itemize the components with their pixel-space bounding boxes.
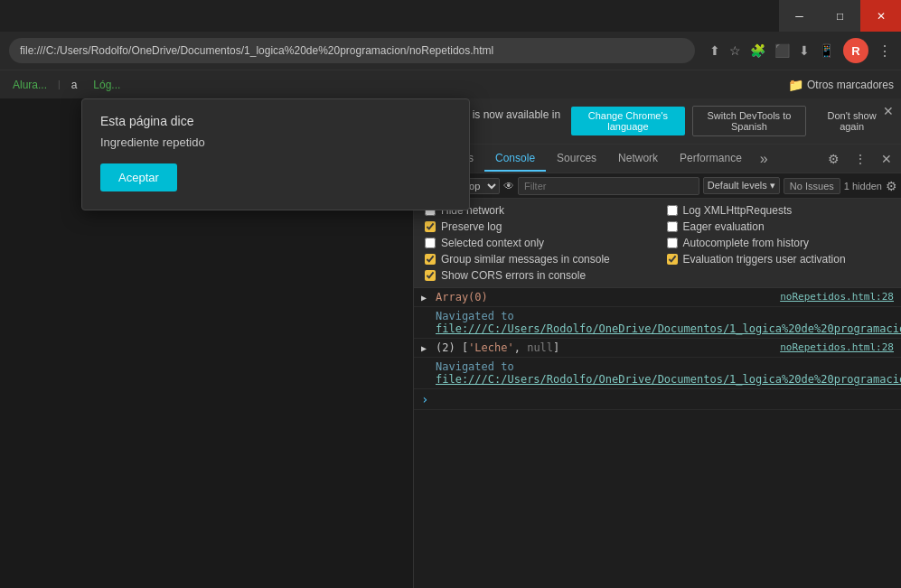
option-group-similar: Group similar messages in console xyxy=(425,253,649,266)
log-xmlhttp-label: Log XMLHttpRequests xyxy=(683,204,793,217)
eval-triggers-label: Evaluation triggers user activation xyxy=(683,253,846,266)
dialog-title: Esta página dice xyxy=(100,114,451,128)
console-nav2-text: Navigated to file:///C:/Users/Rodolfo/On… xyxy=(436,360,901,386)
console-source-1[interactable]: noRepetidos.html:28 xyxy=(780,291,894,303)
window-controls: ─ □ ✕ xyxy=(779,0,901,32)
eval-triggers-checkbox[interactable] xyxy=(667,254,678,265)
navigated-label-1: Navigated to xyxy=(436,310,514,322)
console-array0-text: Array(0) xyxy=(436,291,774,303)
devtools-tab-settings: ⚙ ⋮ ✕ xyxy=(822,148,897,170)
tab-sources[interactable]: Sources xyxy=(546,146,607,172)
bookmark-icon[interactable]: ☆ xyxy=(729,43,741,58)
bookmark-alura[interactable]: Alura... xyxy=(7,77,52,93)
bookmark-folder-label: Otros marcadores xyxy=(807,79,894,91)
devtools-panel: DevTools is now available in Spanish! Ch… xyxy=(413,98,901,588)
nav2-spacer xyxy=(421,362,430,372)
selected-context-checkbox[interactable] xyxy=(425,238,436,248)
bookmark-log[interactable]: Lóg... xyxy=(88,77,126,93)
tab-network[interactable]: Network xyxy=(607,146,669,172)
group-similar-label: Group similar messages in console xyxy=(441,253,610,266)
bookmark-folder-otros[interactable]: 📁 Otros marcadores xyxy=(788,78,894,92)
address-bar[interactable]: file:///C:/Users/Rodolfo/OneDrive/Docume… xyxy=(9,38,695,63)
dont-show-again-button[interactable]: Don't show again xyxy=(813,107,890,135)
filter-bar[interactable] xyxy=(518,177,699,195)
console-prompt-text[interactable] xyxy=(434,392,894,405)
null-value: null xyxy=(527,341,553,354)
leche-value: 'Leche' xyxy=(468,341,514,354)
page-content: Esta página dice Ingrediente repetido Ac… xyxy=(0,98,413,588)
nav1-spacer xyxy=(421,312,430,322)
bookmarks-bar: Alura... | a Lóg... 📁 Otros marcadores xyxy=(0,70,901,98)
levels-dropdown[interactable]: Default levels ▾ xyxy=(703,177,780,194)
dialog-message: Ingrediente repetido xyxy=(100,135,451,149)
devtools-notification: DevTools is now available in Spanish! Ch… xyxy=(414,98,901,145)
console-filter-eye-icon[interactable]: 👁 xyxy=(503,180,514,192)
show-cors-checkbox[interactable] xyxy=(425,270,436,281)
bookmark-a[interactable]: a xyxy=(66,77,83,93)
option-selected-context: Selected context only xyxy=(425,237,649,249)
selected-context-label: Selected context only xyxy=(441,237,544,249)
nav2-link[interactable]: file:///C:/Users/Rodolfo/OneDrive/Docume… xyxy=(436,373,901,386)
console-settings-icon[interactable]: ⚙ xyxy=(886,179,897,193)
notification-close-icon[interactable]: ✕ xyxy=(883,104,894,118)
console-prompt-line: › xyxy=(414,389,901,410)
console-options: Hide network Log XMLHttpRequests Preserv… xyxy=(414,199,901,288)
nav1-link[interactable]: file:///C:/Users/Rodolfo/OneDrive/Docume… xyxy=(436,322,901,335)
settings-icon[interactable]: ⚙ xyxy=(822,148,845,170)
console-line-array2: ▶ (2) ['Leche', null] noRepetidos.html:2… xyxy=(414,339,901,358)
tab-performance[interactable]: Performance xyxy=(669,146,753,172)
autocomplete-checkbox[interactable] xyxy=(667,238,678,248)
option-log-xmlhttp: Log XMLHttpRequests xyxy=(667,204,891,217)
eager-eval-checkbox[interactable] xyxy=(667,221,678,232)
close-button[interactable]: ✕ xyxy=(860,0,901,32)
devtools-close-icon[interactable]: ✕ xyxy=(876,148,897,170)
change-language-button[interactable]: Change Chrome's language xyxy=(571,107,684,135)
issues-button[interactable]: No Issues xyxy=(784,178,840,194)
filter-input[interactable] xyxy=(524,181,596,191)
download-icon[interactable]: ⬇ xyxy=(799,43,810,58)
browser-top-bar: ─ □ ✕ xyxy=(0,0,901,32)
dialog-popup: Esta página dice Ingrediente repetido Ac… xyxy=(81,98,470,210)
console-array2-text: (2) ['Leche', null] xyxy=(436,341,774,354)
devtools-tabs: Elements Console Sources Network Perform… xyxy=(414,145,901,173)
share-icon[interactable]: ⬆ xyxy=(709,43,720,58)
maximize-button[interactable]: □ xyxy=(820,0,860,32)
option-eval-triggers: Evaluation triggers user activation xyxy=(667,253,891,266)
extension-icon[interactable]: ⬛ xyxy=(774,43,790,58)
log-xmlhttp-checkbox[interactable] xyxy=(667,205,678,216)
hidden-count: 1 hidden xyxy=(844,181,882,191)
console-prompt-icon[interactable]: › xyxy=(421,392,428,406)
menu-icon[interactable]: ⋮ xyxy=(878,42,892,60)
profile-button[interactable]: R xyxy=(843,38,868,63)
tab-console[interactable]: Console xyxy=(484,146,546,172)
console-line-array0: ▶ Array(0) noRepetidos.html:28 xyxy=(414,288,901,307)
more-options-icon[interactable]: ⋮ xyxy=(849,148,872,170)
option-autocomplete: Autocomplete from history xyxy=(667,237,891,249)
eager-eval-label: Eager evaluation xyxy=(683,220,765,233)
console-output: ▶ Array(0) noRepetidos.html:28 Navigated… xyxy=(414,288,901,588)
address-text: file:///C:/Users/Rodolfo/OneDrive/Docume… xyxy=(20,44,493,57)
switch-devtools-button[interactable]: Switch DevTools to Spanish xyxy=(692,106,807,136)
option-eager-eval: Eager evaluation xyxy=(667,220,891,233)
console-nav1-text: Navigated to file:///C:/Users/Rodolfo/On… xyxy=(436,310,901,335)
phone-icon[interactable]: 📱 xyxy=(819,43,834,58)
minimize-button[interactable]: ─ xyxy=(779,0,820,32)
address-icons: ⬆ ☆ 🧩 ⬛ ⬇ 📱 R ⋮ xyxy=(709,38,892,63)
more-tabs-button[interactable]: » xyxy=(753,147,775,171)
extension-puzzle-icon[interactable]: 🧩 xyxy=(750,43,765,58)
group-similar-checkbox[interactable] xyxy=(425,254,436,265)
autocomplete-label: Autocomplete from history xyxy=(683,237,809,249)
navigated-label-2: Navigated to xyxy=(436,360,514,373)
console-line-nav2: Navigated to file:///C:/Users/Rodolfo/On… xyxy=(414,358,901,389)
address-bar-row: file:///C:/Users/Rodolfo/OneDrive/Docume… xyxy=(0,32,901,70)
expand-arrow-1[interactable]: ▶ xyxy=(421,293,430,303)
preserve-log-checkbox[interactable] xyxy=(425,221,436,232)
expand-arrow-2[interactable]: ▶ xyxy=(421,343,430,353)
folder-icon: 📁 xyxy=(788,78,803,92)
console-line-nav1: Navigated to file:///C:/Users/Rodolfo/On… xyxy=(414,307,901,339)
option-show-cors: Show CORS errors in console xyxy=(425,269,649,282)
console-source-2[interactable]: noRepetidos.html:28 xyxy=(780,341,894,353)
bookmark-sep1: | xyxy=(58,79,61,89)
console-toolbar: 🚫 👁 top 👁 Default levels ▾ No Issues 1 h… xyxy=(414,173,901,199)
dialog-confirm-button[interactable]: Aceptar xyxy=(100,163,177,191)
